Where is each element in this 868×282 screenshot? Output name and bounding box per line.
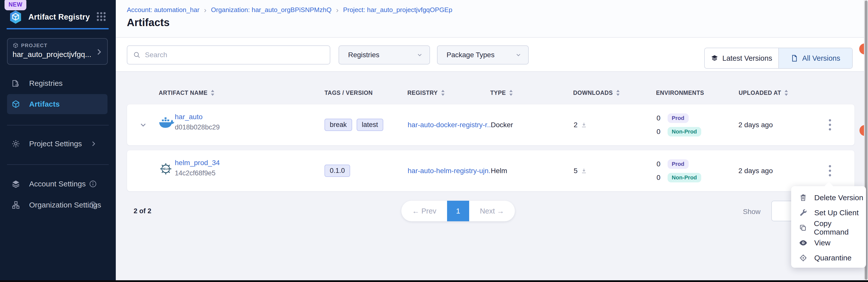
registry-link[interactable]: har-auto-helm-registry-ujn... [408, 167, 491, 175]
artifact-digest: d018b028bc29 [175, 124, 220, 131]
menu-item-delete-version[interactable]: Delete Version [791, 190, 866, 205]
column-header-type[interactable]: TYPE [490, 87, 513, 98]
breadcrumb-account-link[interactable]: Account: automation_har [127, 6, 199, 14]
project-cube-icon [12, 42, 19, 48]
page-title: Artifacts [127, 16, 169, 29]
breadcrumb: Account: automation_har › Organization: … [127, 6, 452, 14]
search-input[interactable] [145, 51, 324, 59]
column-header-downloads[interactable]: DOWNLOADS [573, 87, 620, 98]
docker-icon [159, 117, 174, 130]
registry-link[interactable]: har-auto-docker-registry-r... [408, 121, 491, 129]
search-icon [133, 51, 141, 59]
row-context-menu: Delete Version Set Up Client Copy C [791, 186, 866, 268]
latest-versions-toggle[interactable]: Latest Versions [705, 48, 778, 68]
prod-badge: Prod [668, 113, 689, 123]
svg-text:HELM: HELM [162, 167, 169, 170]
environments-cell: 0 Prod 0 Non-Prod [656, 150, 701, 191]
pagination-summary: 2 of 2 [134, 207, 151, 215]
pagination: ← Prev 1 Next → [401, 201, 515, 221]
tags-cell: 0.1.0 [324, 150, 350, 191]
column-header-environments: ENVIRONMENTS [656, 87, 704, 98]
artifacts-cube-icon [11, 100, 21, 109]
nonprod-badge: Non-Prod [668, 127, 701, 137]
environments-cell: 0 Prod 0 Non-Prod [656, 104, 701, 145]
menu-item-copy-command[interactable]: Copy Command [791, 220, 866, 235]
info-icon[interactable] [89, 201, 97, 209]
registries-folder-icon [11, 79, 21, 88]
sidebar-item-artifacts[interactable]: Artifacts [7, 94, 107, 114]
column-header-artifact-name[interactable]: ARTIFACT NAME [159, 87, 214, 98]
package-types-filter-label: Package Types [446, 51, 495, 59]
prod-badge: Prod [668, 159, 689, 169]
chevron-down-icon [416, 52, 423, 58]
show-label: Show [743, 208, 761, 216]
tags-cell: break latest [324, 104, 383, 145]
uploaded-at-cell: 2 days ago [738, 150, 773, 191]
sidebar-item-account-settings[interactable]: Account Settings [7, 176, 107, 192]
bottom-edge-bar [0, 280, 868, 282]
helm-icon: HELM [159, 162, 173, 176]
breadcrumb-separator: › [204, 7, 207, 13]
sidebar-item-organization-settings[interactable]: Organization Settings [7, 197, 107, 213]
sort-icon [211, 90, 214, 96]
org-tree-gear-icon [11, 201, 21, 210]
artifact-digest: 14c2cf68f9e5 [175, 169, 220, 177]
nonprod-count: 0 [656, 128, 660, 136]
tag-chip: latest [356, 119, 383, 131]
row-expander-chevron[interactable] [138, 104, 148, 145]
layers-gear-icon [11, 179, 21, 188]
row-menu-kebab-icon[interactable] [822, 104, 837, 145]
sidebar: NEW Artifact Registry [0, 0, 116, 280]
sidebar-item-registries[interactable]: Registries [7, 75, 107, 91]
all-versions-label: All Versions [802, 54, 840, 63]
artifact-registry-logo-icon [8, 10, 23, 24]
breadcrumb-project-link[interactable]: Project: har_auto_projectjvfgqOPGEp [343, 6, 452, 14]
download-icon [581, 168, 587, 174]
uploaded-at-cell: 2 days ago [738, 104, 773, 145]
sidebar-divider [7, 164, 109, 165]
sidebar-divider [7, 125, 109, 126]
chevron-right-icon [95, 48, 103, 56]
app-title: Artifact Registry [28, 12, 90, 22]
prev-page-button[interactable]: ← Prev [401, 207, 447, 215]
menu-item-set-up-client[interactable]: Set Up Client [791, 205, 866, 220]
registries-filter-label: Registries [348, 51, 379, 59]
project-selector[interactable]: PROJECT har_auto_projectjvfgq... [7, 38, 108, 65]
document-icon [790, 55, 798, 62]
table-row: har_auto d018b028bc29 break latest har-a… [127, 104, 855, 145]
artifact-name-link[interactable]: helm_prod_34 [175, 159, 220, 167]
search-box [127, 45, 330, 65]
registries-filter-dropdown[interactable]: Registries [339, 45, 430, 65]
trash-icon [799, 194, 808, 202]
sort-icon [785, 90, 788, 96]
app-switcher-grid-icon[interactable] [96, 11, 107, 22]
sort-icon [509, 90, 513, 96]
quarantine-icon [799, 254, 808, 262]
page-number-button[interactable]: 1 [447, 201, 469, 221]
app-header: Artifact Registry [8, 9, 108, 25]
new-badge: NEW [4, 0, 26, 10]
menu-item-view[interactable]: View [791, 235, 866, 250]
artifact-registry-app: NEW Artifact Registry [0, 0, 868, 282]
all-versions-toggle[interactable]: All Versions [778, 48, 852, 68]
column-header-registry[interactable]: REGISTRY [407, 87, 444, 98]
breadcrumb-organization-link[interactable]: Organization: har_auto_orgBPiSNPMzhQ [211, 6, 332, 14]
sidebar-item-project-settings[interactable]: Project Settings [7, 136, 107, 152]
menu-item-quarantine[interactable]: Quarantine [791, 250, 866, 266]
chevron-right-icon [90, 140, 97, 147]
downloads-count: 5 [574, 167, 578, 175]
accent-divider [6, 28, 109, 29]
info-icon[interactable] [89, 180, 97, 188]
artifact-name-link[interactable]: har_auto [175, 113, 220, 121]
next-page-button[interactable]: Next → [469, 207, 515, 215]
column-header-uploaded-at[interactable]: UPLOADED AT [739, 87, 788, 98]
nonprod-count: 0 [656, 174, 660, 182]
artifacts-table: ARTIFACT NAME TAGS / VERSION REGISTRY TY… [116, 72, 864, 280]
sidebar-item-label: Account Settings [29, 180, 86, 188]
column-header-tags-version: TAGS / VERSION [324, 87, 373, 98]
latest-versions-label: Latest Versions [722, 54, 772, 63]
table-row: HELM helm_prod_34 14c2cf68f9e5 0.1.0 har… [127, 150, 855, 191]
prod-count: 0 [656, 160, 660, 168]
package-types-filter-dropdown[interactable]: Package Types [437, 45, 529, 65]
downloads-cell: 5 [574, 150, 587, 191]
